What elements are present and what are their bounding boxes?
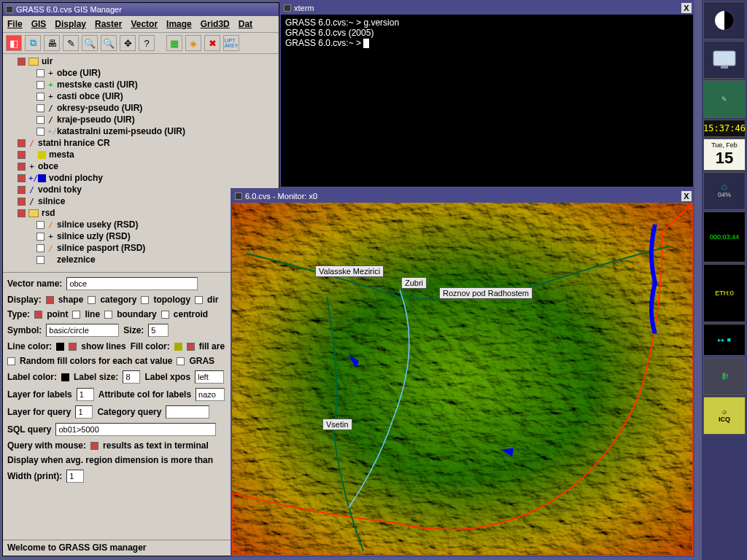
fillcolor-label: Fill color: bbox=[131, 341, 170, 351]
qmouse-label: Query with mouse: bbox=[7, 440, 86, 451]
tree-item[interactable]: uir bbox=[4, 55, 277, 67]
dock-icq-icon[interactable]: ☺ICQ bbox=[703, 397, 746, 435]
menu-raster[interactable]: Raster bbox=[95, 19, 122, 29]
tb-layers-icon[interactable]: ⧉ bbox=[25, 35, 41, 51]
menu-vector[interactable]: Vector bbox=[131, 19, 158, 29]
tb-addvector-icon[interactable]: ◈ bbox=[185, 35, 201, 51]
cursor bbox=[363, 39, 369, 48]
dispregion-label: Display when avg. region dimension is mo… bbox=[7, 455, 213, 465]
menu-dat[interactable]: Dat bbox=[239, 19, 252, 29]
qmouse-check[interactable] bbox=[90, 442, 98, 450]
labelcolor-swatch[interactable] bbox=[61, 373, 69, 381]
tb-zoomin-icon[interactable]: 🔍 bbox=[82, 35, 98, 51]
point-check[interactable] bbox=[34, 311, 42, 319]
monitor-titlebar[interactable]: 6.0.cvs - Monitor: x0 X bbox=[232, 190, 693, 203]
dock-monitor-icon[interactable] bbox=[703, 41, 746, 79]
tb-edit-icon[interactable]: ✎ bbox=[63, 35, 79, 51]
map-canvas[interactable]: Valasske MeziriciZubriRoznov pod Radhost… bbox=[232, 203, 693, 556]
monitor-title: 6.0.cvs - Monitor: x0 bbox=[245, 192, 317, 201]
topology-check[interactable] bbox=[141, 296, 149, 304]
sql-input[interactable] bbox=[55, 423, 216, 436]
tb-liptakey-icon[interactable]: LIPTAKEY bbox=[223, 35, 239, 51]
tb-help-icon[interactable]: ? bbox=[139, 35, 155, 51]
sql-label: SQL query bbox=[7, 424, 51, 435]
labelsize-input[interactable] bbox=[123, 370, 140, 384]
showlines-check[interactable] bbox=[69, 343, 77, 351]
labelsize-label: Label size: bbox=[74, 372, 118, 382]
tb-display-icon[interactable]: ◧ bbox=[6, 35, 22, 51]
labelxpos-input[interactable] bbox=[195, 370, 224, 384]
symbol-input[interactable] bbox=[46, 324, 119, 337]
tb-addraster-icon[interactable]: ▦ bbox=[166, 35, 182, 51]
tree-item[interactable]: +obce bbox=[4, 160, 277, 172]
attrcol-input[interactable] bbox=[196, 388, 225, 401]
menu-display[interactable]: Display bbox=[55, 19, 86, 29]
xterm-title: xterm bbox=[294, 4, 314, 12]
dock-date: Tue, Feb 15 bbox=[703, 139, 746, 171]
tree-item[interactable]: mesta bbox=[4, 149, 277, 160]
tree-item[interactable]: +/katastralni uzemi-pseudo (UIR) bbox=[4, 125, 277, 137]
xterm-window: xterm X GRASS 6.0.cvs:~ > g.version GRAS… bbox=[279, 0, 694, 188]
size-input[interactable] bbox=[148, 324, 169, 337]
dir-check[interactable] bbox=[195, 296, 203, 304]
line-check[interactable] bbox=[72, 311, 80, 319]
vector-name-label: Vector name: bbox=[7, 279, 62, 289]
gis-menubar: File GIS Display Raster Vector Image Gri… bbox=[3, 16, 279, 33]
dock-tile-3[interactable]: ✎ bbox=[703, 80, 746, 118]
window-icon bbox=[235, 192, 242, 200]
fillcolor-swatch[interactable] bbox=[174, 343, 182, 351]
layerlabels-input[interactable] bbox=[77, 388, 94, 401]
labelcolor-label: Label color: bbox=[7, 372, 57, 382]
tree-item[interactable]: +mestske casti (UIR) bbox=[4, 79, 277, 90]
terminal-body[interactable]: GRASS 6.0.cvs:~ > g.version GRASS 6.0.cv… bbox=[281, 15, 693, 51]
close-icon[interactable]: X bbox=[681, 191, 692, 201]
tree-item[interactable]: /okresy-pseudo (UIR) bbox=[4, 102, 277, 114]
xterm-titlebar[interactable]: xterm X bbox=[281, 1, 693, 15]
tb-print-icon[interactable]: 🖶 bbox=[44, 35, 60, 51]
gis-titlebar[interactable]: GRASS 6.0.cvs GIS Manager bbox=[3, 3, 279, 16]
layerquery-label: Layer for query bbox=[7, 407, 71, 417]
width-input[interactable] bbox=[66, 470, 84, 483]
map-label: Roznov pod Radhostem bbox=[439, 287, 533, 299]
shape-check[interactable] bbox=[46, 296, 54, 304]
dock-cpu: ⬡04% bbox=[703, 172, 746, 210]
map-label: Vsetin bbox=[322, 419, 352, 430]
display-label: Display: bbox=[7, 295, 42, 305]
linecolor-swatch[interactable] bbox=[56, 343, 64, 351]
dock-dragon-icon[interactable]: 🐉 bbox=[703, 357, 746, 395]
map-svg bbox=[232, 203, 693, 556]
dock-media[interactable]: ▸▸ ■ bbox=[703, 324, 746, 356]
close-icon[interactable]: X bbox=[681, 3, 692, 13]
monitor-window: 6.0.cvs - Monitor: x0 X Valasske Meziric… bbox=[231, 188, 694, 557]
width-label: Width (print): bbox=[7, 471, 62, 481]
svg-rect-3 bbox=[721, 66, 728, 69]
tb-remove-icon[interactable]: ✖ bbox=[204, 35, 220, 51]
map-label: Valasske Mezirici bbox=[315, 265, 384, 277]
gras-check[interactable] bbox=[177, 357, 185, 365]
linecolor-label: Line color: bbox=[7, 341, 52, 351]
gis-toolbar: ◧ ⧉ 🖶 ✎ 🔍 🔍 ✥ ? ▦ ◈ ✖ LIPTAKEY bbox=[3, 33, 279, 54]
tree-item[interactable]: +casti obce (UIR) bbox=[4, 90, 277, 102]
tb-pan-icon[interactable]: ✥ bbox=[120, 35, 136, 51]
fillare-check[interactable] bbox=[187, 343, 195, 351]
dock-tile-1[interactable] bbox=[703, 1, 746, 39]
menu-gis[interactable]: GIS bbox=[31, 19, 47, 29]
vector-name-input[interactable] bbox=[66, 277, 198, 290]
tree-item[interactable]: /statni hranice CR bbox=[4, 137, 277, 149]
layerquery-input[interactable] bbox=[75, 405, 93, 419]
svg-rect-0 bbox=[232, 203, 693, 556]
tree-item[interactable]: /kraje-pseudo (UIR) bbox=[4, 114, 277, 125]
gis-title: GRASS 6.0.cvs GIS Manager bbox=[16, 5, 122, 14]
menu-grid3d[interactable]: Grid3D bbox=[201, 19, 230, 29]
catquery-input[interactable] bbox=[166, 405, 209, 419]
menu-image[interactable]: Image bbox=[166, 19, 192, 29]
tree-item[interactable]: +obce (UIR) bbox=[4, 67, 277, 79]
category-check[interactable] bbox=[88, 296, 96, 304]
boundary-check[interactable] bbox=[104, 311, 112, 319]
randomfill-check[interactable] bbox=[7, 357, 15, 365]
menu-file[interactable]: File bbox=[7, 19, 23, 29]
tree-item[interactable]: +/vodni plochy bbox=[4, 172, 277, 184]
svg-rect-2 bbox=[713, 51, 735, 66]
centroid-check[interactable] bbox=[161, 311, 169, 319]
tb-zoomout-icon[interactable]: 🔍 bbox=[101, 35, 117, 51]
